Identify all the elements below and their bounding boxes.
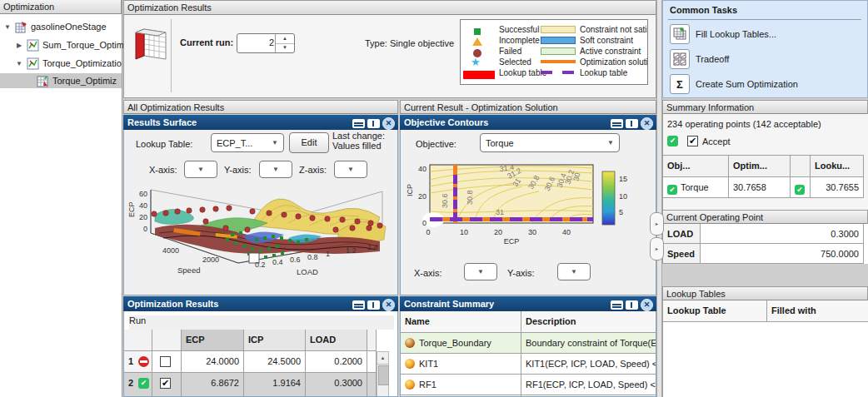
x-axis-dropdown[interactable]: ▼ (184, 161, 217, 178)
load-tick: 1 (326, 250, 330, 258)
current-run-spinner[interactable]: 2 ▲ ▼ (237, 33, 295, 53)
constraint-header-name[interactable]: Name (401, 311, 521, 333)
accept-checkbox[interactable]: ✔ (160, 378, 171, 389)
op-row-speed-label: Speed (663, 244, 701, 264)
contour-x-axis-dropdown[interactable]: ▼ (464, 263, 497, 280)
lookup-ok-icon: ✔ (795, 185, 805, 195)
close-icon[interactable]: ✕ (382, 299, 395, 311)
contour-y-axis-dropdown[interactable]: ▼ (557, 263, 591, 280)
type-text: Type: Single objective (365, 38, 454, 48)
run-row-2-ecp[interactable]: 6.8672 (182, 373, 244, 397)
tradeoff-icon (670, 49, 690, 69)
y-axis-dropdown[interactable]: ▼ (259, 161, 292, 178)
caret-down-icon[interactable]: ▼ (3, 23, 12, 31)
lookup-tables-header: Lookup Tables (662, 286, 868, 300)
split-horizontal-icon[interactable] (611, 300, 623, 310)
summary-col-lookup[interactable]: Looku... (811, 155, 864, 177)
scrollbar-thumb[interactable] (378, 365, 389, 385)
objective-label: Objective: (416, 139, 456, 149)
optimization-results-title: Optimization Results (127, 299, 218, 309)
tradeoff-task[interactable]: Tradeoff (670, 49, 729, 69)
spinner-buttons[interactable]: ▲ ▼ (275, 34, 294, 52)
accept-checkbox[interactable] (160, 356, 171, 367)
split-vertical-icon[interactable] (367, 300, 380, 310)
results-surface-3d-plot[interactable]: 60 40 20 0 ECP (126, 180, 396, 295)
constraint-row-kit1-desc[interactable]: KIT1(ECP, ICP, LOAD, Speed) < (521, 354, 656, 375)
current-run-value[interactable]: 2 (237, 37, 274, 47)
summary-col-objective[interactable]: Obj... (663, 155, 729, 177)
run-row-1-extra (367, 351, 377, 373)
tree-item-label: Torque_Optimiz (52, 76, 117, 86)
run-row-1-icp[interactable]: 24.5000 (244, 351, 306, 373)
constraint-row-rf1-desc[interactable]: RF1(ECP, ICP, LOAD, Speed) < (521, 375, 656, 395)
close-icon[interactable]: ✕ (641, 299, 653, 311)
current-run-label: Current run: (180, 37, 233, 47)
contour-label: 30.8 (466, 190, 474, 205)
constraint-header-description[interactable]: Description (521, 311, 656, 333)
tree-item-gasolineonestage[interactable]: ▼ gasolineOneStage (3, 19, 125, 34)
z-axis-dropdown[interactable]: ▼ (334, 161, 367, 178)
optimization-results-titlebar: Optimization Results ✕ (123, 296, 398, 311)
close-icon[interactable]: ✕ (641, 117, 653, 130)
vertical-splitter[interactable] (656, 0, 662, 397)
close-icon[interactable]: ✕ (382, 117, 395, 130)
lookup-table-dropdown[interactable]: ECP_T... ▼ (211, 133, 284, 152)
summary-col-optimized[interactable]: Optim... (729, 155, 791, 177)
caret-right-icon[interactable]: ▶ (15, 42, 23, 49)
split-horizontal-icon[interactable] (611, 119, 623, 128)
op-row-load-value[interactable]: 0.3000 (701, 224, 864, 244)
split-horizontal-icon[interactable] (352, 300, 365, 310)
run-row-2-num[interactable]: 2 ✔ (124, 373, 152, 397)
op-row-speed-value[interactable]: 750.0000 (701, 244, 864, 264)
summary-row-objective[interactable]: ✔Torque (663, 177, 729, 198)
splitter-collapse-button-bottom[interactable]: ▸ (650, 237, 664, 261)
operating-points-text: 234 operating points (142 acceptable) (667, 119, 821, 129)
split-horizontal-icon[interactable] (352, 119, 365, 128)
split-vertical-icon[interactable] (626, 119, 638, 128)
constraint-row-kit1-name[interactable]: KIT1 (401, 354, 521, 375)
run-row-1-ecp[interactable]: 24.0000 (182, 351, 244, 373)
y-axis-label: Y-axis: (224, 165, 252, 175)
objective-dropdown[interactable]: Torque ▼ (480, 133, 620, 152)
constraint-row-torque-boundary-name[interactable]: Torque_Boundary (401, 333, 521, 354)
run-row-1-num[interactable]: 1 (124, 351, 152, 373)
results-surface-titlebar: Results Surface ✕ (123, 115, 398, 130)
dropdown-arrow-icon: ▼ (342, 166, 359, 173)
run-table-corner (124, 330, 152, 351)
legend-selected-star-icon: ★ (471, 56, 481, 68)
run-row-1-load[interactable]: 0.2000 (306, 351, 367, 373)
split-vertical-icon[interactable] (626, 300, 638, 310)
spin-down-icon: ▼ (282, 45, 287, 50)
tree-item-torque-optimization[interactable]: ▼ Torque_Optimizatio (15, 56, 137, 71)
common-tasks-divider (668, 19, 861, 20)
summary-row-lookup[interactable]: 30.7655 (811, 177, 864, 198)
accept-checkbox[interactable]: ✔ (687, 136, 698, 146)
run-row-2-load[interactable]: 0.3000 (306, 373, 367, 397)
create-sum-optimization-task[interactable]: Σ Create Sum Optimization (670, 74, 798, 94)
run-table-header-ecp[interactable]: ECP (182, 330, 244, 351)
constraint-row-rf1-name[interactable]: RF1 (401, 375, 521, 395)
toolbar-header: Optimization Results (124, 1, 656, 15)
run-table-scrollbar[interactable]: ▲ (377, 351, 389, 397)
summary-row-optimized[interactable]: 30.7658 (729, 177, 791, 198)
tree-item-sum-torque[interactable]: ▶ Sum_Torque_Optim (15, 37, 137, 52)
constraint-row-torque-boundary-desc[interactable]: Boundary constraint of Torque(E (521, 333, 656, 354)
edit-button[interactable]: Edit (289, 132, 329, 153)
scroll-up-button[interactable]: ▲ (377, 352, 388, 365)
run-row-2-icp[interactable]: 1.9164 (244, 373, 306, 397)
run-table-header-load[interactable]: LOAD (306, 330, 367, 351)
tree-item-torque-output-selected[interactable]: Torque_Optimiz (0, 73, 122, 88)
legend-label-lookup-table: Lookup table (499, 68, 546, 77)
colorbar-tick: 5 (619, 208, 623, 216)
caret-down-icon[interactable]: ▼ (15, 60, 23, 67)
optimization-results-toolbar: Optimization Results Current run: 2 ▲ ▼ … (123, 0, 656, 98)
fill-lookup-tables-task[interactable]: Fill Lookup Tables... (670, 24, 776, 44)
split-vertical-icon[interactable] (367, 119, 380, 128)
spin-down-button[interactable]: ▼ (276, 43, 294, 52)
lookup-tables-col-filled[interactable]: Filled with (767, 300, 868, 322)
objective-contour-plot[interactable]: 31.4 31.2 31 30.8 30.6 30.4 30.2 30 30.6… (406, 160, 652, 260)
splitter-collapse-button-top[interactable]: ▸ (650, 212, 664, 236)
dropdown-arrow-icon: ▼ (566, 268, 582, 275)
run-table-header-icp[interactable]: ICP (244, 330, 306, 351)
lookup-tables-col-table[interactable]: Lookup Table (663, 300, 767, 322)
